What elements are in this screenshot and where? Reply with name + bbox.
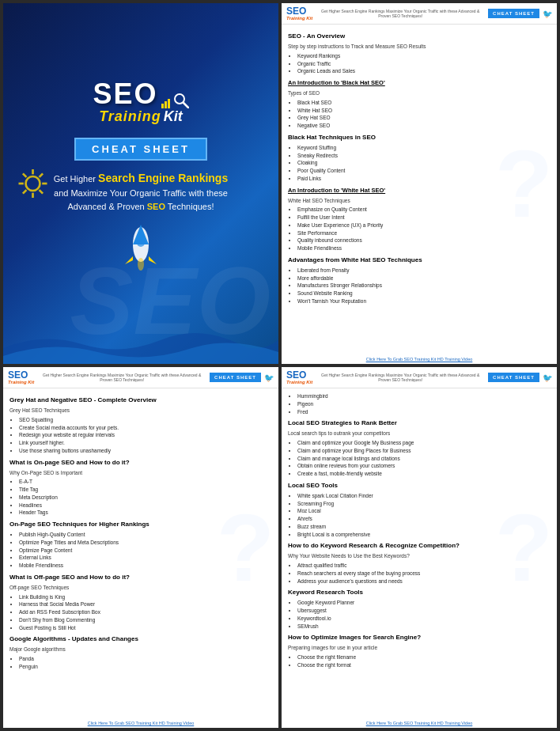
cover-logo: SEO Training Kit bbox=[93, 80, 188, 125]
section3-list: Keyword Stuffing Sneaky Redirects Cloaki… bbox=[288, 144, 551, 183]
page3-footer-cta[interactable]: Click Here To Grab SEO Training Kit HD T… bbox=[3, 721, 278, 725]
header-logo: SEO Training Kit bbox=[286, 370, 312, 384]
list-item: Add an RSS Feed Subscription Box bbox=[19, 608, 272, 616]
header-training-text: Training Kit bbox=[8, 380, 34, 384]
page4-content: Hummingbird Pigeon Fred Local SEO Strate… bbox=[282, 388, 557, 676]
section3-title: On-Page SEO Techniques for Higher Rankin… bbox=[9, 520, 272, 529]
section4-list: Attract qualified traffic Reach searcher… bbox=[288, 562, 551, 585]
section1-title: SEO - An Overview bbox=[288, 32, 551, 41]
list-item: Link yourself higher. bbox=[19, 439, 272, 447]
header-seo-text: SEO bbox=[286, 370, 312, 380]
section2-list: Claim and optimize your Google My Busine… bbox=[288, 439, 551, 478]
svg-line-6 bbox=[40, 190, 44, 194]
svg-point-15 bbox=[137, 239, 145, 247]
list-item: Optimize Page Content bbox=[19, 547, 272, 555]
list-item: Negative SEO bbox=[297, 122, 551, 130]
list-item: Mobile Friendliness bbox=[19, 562, 272, 570]
svg-line-5 bbox=[23, 173, 27, 177]
section3-list: Publish High-Quality Content Optimize Pa… bbox=[9, 531, 272, 570]
section2-title: An Introduction to 'Black Hat SEO' bbox=[288, 78, 551, 88]
section2-list: Black Hat SEO White Hat SEO Grey Hat SEO… bbox=[288, 99, 551, 130]
section5-list: Panda Penguin bbox=[9, 655, 272, 671]
section1-subtitle: Step by step instructions to Track and M… bbox=[288, 43, 551, 51]
list-item: Paid Links bbox=[297, 175, 551, 183]
svg-line-7 bbox=[40, 173, 44, 177]
list-item: Pigeon bbox=[297, 400, 551, 408]
section6-subtitle: Preparing images for use in your article bbox=[288, 644, 551, 652]
list-item: Google Keyword Planner bbox=[297, 599, 551, 607]
section2-list: E-A-T Title Tag Meta Description Headlin… bbox=[9, 478, 272, 517]
page3-header: SEO Training Kit Get Higher Search Engin… bbox=[3, 367, 278, 388]
section2-title: What is On-page SEO and How to do it? bbox=[9, 458, 272, 468]
header-cheat-badge: CHEAT SHEET bbox=[210, 373, 261, 382]
page2-content: SEO - An Overview Step by step instructi… bbox=[282, 25, 557, 312]
section3-title: Local SEO Tools bbox=[288, 481, 551, 490]
list-item: Headlines bbox=[19, 502, 272, 509]
list-item: Fulfill the User Intent bbox=[297, 214, 551, 222]
list-item: Bright Local is a comprehensive bbox=[297, 531, 551, 539]
list-item: Don't Shy from Blog Commenting bbox=[19, 616, 272, 624]
page4-header: SEO Training Kit Get Higher Search Engin… bbox=[282, 367, 557, 388]
header-logo: SEO Training Kit bbox=[286, 6, 312, 21]
list-item: Organic Traffic bbox=[297, 60, 551, 68]
list-item: Mobile Friendliness bbox=[297, 244, 551, 252]
section4-subtitle: Why Your Website Needs to Use the Best K… bbox=[288, 552, 551, 560]
list-item: More affordable bbox=[297, 275, 551, 282]
list-item: Panda bbox=[19, 655, 272, 663]
list-item: Reach searchers at every stage of the bu… bbox=[297, 570, 551, 578]
section5-title: Keyword Research Tools bbox=[288, 588, 551, 597]
list-item: Choose the right filename bbox=[297, 653, 551, 661]
seo-bars-icon bbox=[161, 99, 170, 108]
list-item: Black Hat SEO bbox=[297, 99, 551, 107]
page2-footer-cta[interactable]: Click Here To Grab SEO Training Kit HD T… bbox=[282, 357, 557, 362]
list-item: Choose the right format bbox=[297, 661, 551, 669]
section4-title: An Introduction to 'White Hat SEO' bbox=[288, 186, 551, 195]
header-seo-text: SEO bbox=[8, 370, 34, 380]
magnifier-icon bbox=[173, 93, 189, 108]
section4-title: What is Off-page SEO and How to do it? bbox=[9, 573, 272, 582]
list-item: Link Building is King bbox=[19, 593, 272, 601]
section2-subtitle: Why On-Page SEO is Important bbox=[9, 469, 272, 477]
section1-list: Keyword Rankings Organic Traffic Organic… bbox=[288, 52, 551, 75]
section1-subtitle: Grey Hat SEO Techniques bbox=[9, 407, 272, 415]
svg-point-0 bbox=[26, 176, 40, 191]
page2-header: SEO Training Kit Get Higher Search Engin… bbox=[282, 3, 557, 25]
section5-list: Google Keyword Planner Ubersuggest Keywo… bbox=[288, 599, 551, 630]
page3: SEO Training Kit Get Higher Search Engin… bbox=[3, 367, 278, 728]
list-item: Keyword Stuffing bbox=[297, 144, 551, 152]
header-logo: SEO Training Kit bbox=[8, 370, 34, 384]
svg-point-16 bbox=[138, 258, 144, 271]
section4-subtitle: Off-page SEO Techniques bbox=[9, 584, 272, 592]
list-item: Keyword Rankings bbox=[297, 52, 551, 60]
list-item: Optimize Page Titles and Meta Descriptio… bbox=[19, 539, 272, 547]
list-item: Claim and manage local listings and cita… bbox=[297, 455, 551, 463]
header-tagline: Get Higher Search Engine Rankings Maximi… bbox=[316, 373, 485, 383]
list-item: Claim and optimize your Bing Places for … bbox=[297, 447, 551, 455]
cover-headline-line1: Get Higher bbox=[54, 174, 96, 184]
list-item: Liberated from Penalty bbox=[297, 267, 551, 275]
svg-line-8 bbox=[23, 190, 27, 194]
list-item: SEO Squatting bbox=[19, 416, 272, 424]
section4-list: Link Building is King Harness that Socia… bbox=[9, 593, 272, 632]
list-item: Create a fast, mobile-friendly website bbox=[297, 470, 551, 478]
list-item: Obtain online reviews from your customer… bbox=[297, 462, 551, 470]
list-item: Won't Tarnish Your Reputation bbox=[297, 297, 551, 305]
section1-title: Grey Hat and Negative SEO - Complete Ove… bbox=[9, 396, 272, 405]
page2: SEO Training Kit Get Higher Search Engin… bbox=[282, 3, 557, 364]
header-training-text: Training Kit bbox=[286, 380, 312, 384]
cover-headline-highlight: Search Engine Rankings bbox=[98, 172, 228, 184]
cover-logo-kit: Kit bbox=[164, 108, 183, 125]
list-item: External Links bbox=[19, 554, 272, 562]
page4-footer-cta[interactable]: Click Here To Grab SEO Training Kit HD T… bbox=[282, 721, 557, 725]
page4: SEO Training Kit Get Higher Search Engin… bbox=[282, 367, 557, 728]
rocket-icon bbox=[117, 221, 165, 284]
list-item: Ahrefs bbox=[297, 515, 551, 523]
bird-icon: 🐦 bbox=[543, 9, 552, 18]
cover-headline-line2: and Maximize Your Organic Traffic with t… bbox=[54, 188, 228, 198]
list-item: Screaming Frog bbox=[297, 500, 551, 508]
list-item: Site Performance bbox=[297, 229, 551, 237]
section4-subtitle: White Hat SEO Techniques bbox=[288, 197, 551, 205]
list-item: Ubersuggest bbox=[297, 607, 551, 615]
list-item: Emphasize on Quality Content bbox=[297, 206, 551, 214]
list-item: Organic Leads and Sales bbox=[297, 67, 551, 75]
